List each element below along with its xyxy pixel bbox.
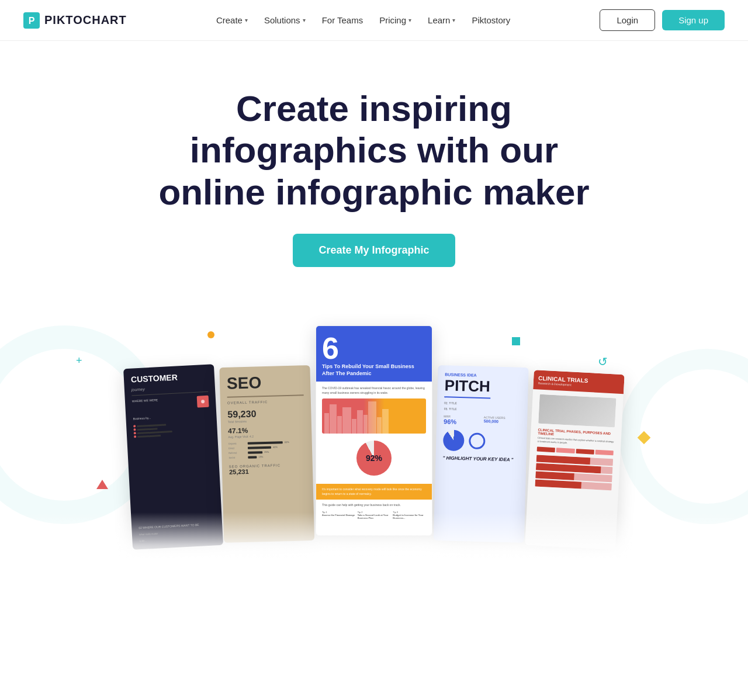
chevron-down-icon: ▾ xyxy=(303,17,306,23)
tips-circle-chart: 92% xyxy=(356,441,392,476)
clinical-phases xyxy=(537,446,614,455)
pitch-divider xyxy=(444,396,490,398)
customer-title: CUSTOMER xyxy=(131,372,208,384)
nav-learn[interactable]: Learn ▾ xyxy=(428,15,455,25)
pitch-highlight: " HIGHLIGHT YOUR KEY IDEA " xyxy=(442,455,519,462)
logo-text: PIKTOCHART xyxy=(44,13,127,27)
nav-buttons: Login Sign up xyxy=(600,9,725,31)
nav-for-teams[interactable]: For Teams xyxy=(322,15,363,25)
tips-footer-text: It's important to consider what recovery… xyxy=(322,487,426,496)
deco-plus-icon: + xyxy=(76,355,82,367)
clinical-image xyxy=(538,394,616,428)
card-pitch: BUSINESS IDEA PITCH 02. TITLE 03. TITLE … xyxy=(434,365,529,543)
tips-subtitle: The COVID-19 outbreak has wreaked financ… xyxy=(322,386,426,395)
tips-city-illustration xyxy=(322,398,426,434)
deco-triangle xyxy=(96,480,108,489)
customer-icon xyxy=(197,396,209,408)
customer-matter-label: What really matter xyxy=(139,529,216,536)
showcase-section: + ↺ CUSTOMER journey WHERE WE WERE Busin… xyxy=(0,314,748,559)
card-tips: 6 Tips To Rebuild Your Small Business Af… xyxy=(316,325,432,536)
customer-subtitle: journey xyxy=(131,384,208,392)
phase-2 xyxy=(556,448,575,453)
clinical-bars xyxy=(535,455,613,490)
login-button[interactable]: Login xyxy=(600,9,655,31)
card-seo: SEO Overall Traffic 59,230 Total Session… xyxy=(219,365,314,543)
tips-steps: Tip 1Assess the Financial Damage Tip 2Ta… xyxy=(316,511,432,524)
chevron-down-icon: ▾ xyxy=(452,17,455,23)
hero-headline: Create inspiring infographics with our o… xyxy=(134,88,614,213)
chevron-down-icon: ▾ xyxy=(245,17,248,23)
customer-where-label: WHERE WE WERE xyxy=(132,396,195,411)
cta-button[interactable]: Create My Infographic xyxy=(293,234,455,267)
pitch-chart-row xyxy=(443,429,520,452)
seo-divider xyxy=(227,394,304,397)
seo-overall-label: Overall Traffic xyxy=(227,399,304,404)
logo-icon: P xyxy=(23,12,40,29)
pitch-num2: 500,000 xyxy=(484,419,521,424)
nav-solutions[interactable]: Solutions ▾ xyxy=(264,15,306,25)
tips-title: Tips To Rebuild Your Small Business Afte… xyxy=(322,363,426,377)
seo-organic-section: SEO Organic Traffic 25,231 xyxy=(229,463,306,475)
tips-percent: 92% xyxy=(366,453,382,463)
tips-footer: It's important to consider what recovery… xyxy=(316,484,432,500)
seo-organic-num: 25,231 xyxy=(229,466,306,475)
svg-text:P: P xyxy=(29,16,35,26)
clinical-header: CLINICAL TRIALS Research & Development xyxy=(533,370,625,394)
customer-to-be: to be... xyxy=(139,535,216,542)
nav-links: Create ▾ Solutions ▾ For Teams Pricing ▾… xyxy=(216,15,510,25)
customer-business-label: Business by... xyxy=(133,413,209,421)
pitch-circle-2 xyxy=(469,432,486,449)
customer-bars xyxy=(133,421,210,438)
pitch-body-text-2: 03. TITLE xyxy=(444,407,521,413)
seo-bars: Organic60% Direct40% Referral25% Social1… xyxy=(228,440,306,459)
tips-number: 6 xyxy=(322,333,426,363)
pitch-title: PITCH xyxy=(444,377,521,394)
tips-bottom-text: This guide can help with getting your bu… xyxy=(316,500,432,511)
phase-1 xyxy=(537,446,556,452)
hero-section: Create inspiring infographics with our o… xyxy=(0,41,748,279)
logo[interactable]: P PIKTOCHART xyxy=(23,12,127,29)
nav-create[interactable]: Create ▾ xyxy=(216,15,248,25)
chevron-down-icon: ▾ xyxy=(408,17,411,23)
nav-piktostory[interactable]: Piktostory xyxy=(472,15,510,25)
pitch-num1: 96% xyxy=(444,418,480,426)
customer-divider xyxy=(131,391,208,396)
nav-pricing[interactable]: Pricing ▾ xyxy=(379,15,411,25)
card-clinical: CLINICAL TRIALS Research & Development C… xyxy=(525,370,624,550)
pitch-circle-chart xyxy=(443,429,465,451)
signup-button[interactable]: Sign up xyxy=(662,10,725,30)
card-customer-journey: CUSTOMER journey WHERE WE WERE Business … xyxy=(123,364,223,550)
cards-row: CUSTOMER journey WHERE WE WERE Business … xyxy=(116,325,632,536)
customer-bottom-label: 02 WHERE OUR CUSTOMERS WANT TO BE xyxy=(138,522,215,529)
phase-3 xyxy=(576,449,594,455)
navbar: P PIKTOCHART Create ▾ Solutions ▾ For Te… xyxy=(0,0,748,41)
seo-title: SEO xyxy=(227,372,304,393)
phase-4 xyxy=(595,450,614,456)
